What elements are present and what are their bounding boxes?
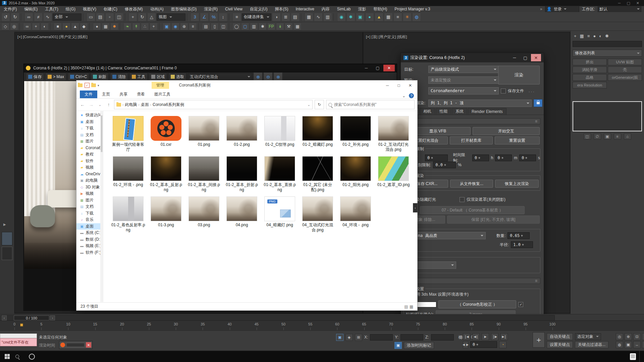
track-bar[interactable]: 0510152025303540455055606570758085909510… [0, 320, 644, 331]
menu-item[interactable]: 内容 [318, 6, 333, 12]
explorer-title-bar[interactable]: ✓ ▾ 管理 Corona6系列案例 ─ □ ✕ [76, 80, 417, 90]
sidebar-item-文档[interactable]: ▤文档 [76, 203, 103, 210]
file-item[interactable]: 04_环境 - .png [338, 196, 373, 233]
light-icon[interactable]: ✳ [403, 13, 412, 21]
menu-item[interactable]: 文件(F) [0, 6, 20, 12]
address-dropdown-icon[interactable]: ⌄ [308, 103, 310, 107]
vfb-tool-2[interactable]: Ctrl+C [68, 73, 89, 81]
stack-tool-icon-0[interactable]: ◫ [584, 133, 591, 139]
menu-item[interactable]: 图形编辑器(D) [167, 6, 201, 12]
undo-icon[interactable]: ↺ [1, 13, 10, 21]
file-item[interactable]: 04_互动式灯光混合.png [300, 196, 335, 233]
sidebar-item-教程[interactable]: ▰教程 [76, 151, 103, 158]
mask-only-checkbox[interactable] [460, 197, 465, 202]
mirror-icon[interactable]: ◑ [272, 13, 281, 21]
chain-icon[interactable]: ∞ [23, 23, 31, 30]
maxscript-mini-listener[interactable]: "cmd文件不存在 [0, 334, 37, 346]
target-icon[interactable]: ⊕ [180, 23, 188, 30]
maximize-icon[interactable]: ▢ [627, 1, 630, 5]
nav-icon-a3[interactable]: ✱ [642, 333, 644, 340]
unlink-icon[interactable]: ≠ [34, 13, 43, 21]
plant-icon[interactable]: ↡ [276, 23, 284, 30]
start-interactive-button[interactable]: 开始交互 [473, 127, 540, 135]
menu-item[interactable]: Civil View [221, 6, 246, 12]
layer-manager-icon[interactable]: ▤ [291, 13, 300, 21]
cube-icon[interactable]: ▢ [241, 23, 249, 30]
menu-item[interactable]: 视图(V) [79, 6, 100, 12]
mini-listener-box[interactable] [2, 232, 12, 245]
view-combo[interactable]: 视图 [157, 13, 185, 21]
camera-icon[interactable]: ◉ [171, 23, 179, 30]
playback-play-icon[interactable]: ▶ [482, 333, 489, 340]
env-map-swatch[interactable] [417, 302, 436, 307]
prev-frame-icon[interactable]: ‹ [2, 315, 7, 320]
command-tab-1[interactable]: ▦ [580, 34, 584, 39]
file-item[interactable]: PNG04_暗藏灯.png [262, 196, 297, 233]
denoise-mode-dropdown[interactable]: Corona 高品质 [406, 232, 486, 239]
redo-icon[interactable]: ↻ [11, 13, 19, 21]
command-tab-3[interactable]: ● [593, 34, 596, 39]
explorer-minimize-icon[interactable]: ─ [382, 81, 393, 89]
file-item[interactable]: 01-2_基本_间接.png [186, 156, 221, 192]
tab-查看[interactable]: 查看 [132, 90, 150, 98]
sidebar-item-此电脑[interactable]: ▣此电脑 [76, 177, 103, 184]
sidebar-item-图片[interactable]: ▦图片 [76, 138, 103, 145]
render-tab-Render Elements[interactable]: Render Elements [468, 108, 506, 115]
snap-toggle-icon[interactable]: ◇ [1, 23, 9, 30]
menu-item[interactable]: 修改器(M) [121, 6, 147, 12]
file-item[interactable]: 01-2_补光.png [338, 116, 373, 152]
move2-icon[interactable]: + [150, 23, 158, 30]
nav-icon-b0[interactable]: ◍ [616, 341, 623, 348]
menu-item[interactable]: 动画(A) [147, 6, 167, 12]
angle-snap-icon[interactable]: ∠ [200, 13, 209, 21]
command-tab-2[interactable]: ≡ [587, 34, 590, 39]
object-name-field[interactable] [573, 41, 642, 47]
x-field[interactable] [370, 334, 393, 341]
playback-start-icon[interactable]: |◀ [463, 333, 470, 340]
render-tab-系统[interactable]: 系统 [452, 108, 467, 115]
sidebar-item-软件 (F:)[interactable]: ▬软件 (F:) [76, 249, 103, 256]
breadcrumb[interactable]: ›此电脑›桌面›Corona6系列案例 ⌄ [114, 100, 313, 109]
absolute-mode-icon[interactable]: ⊞ [355, 334, 362, 341]
renderer-dropdown[interactable]: CoronaRenderer [428, 87, 499, 95]
spinner-snap-icon[interactable]: ↕ [219, 13, 227, 21]
edit-named-sets-icon[interactable]: ≡ [232, 13, 241, 21]
menu-overflow-icon[interactable]: » [540, 7, 542, 11]
viewport-camera-label[interactable]: [+] [CoronaCamera001] [用户定义] [线框] [17, 35, 88, 40]
ruler-icon[interactable]: ≡ [393, 13, 402, 21]
pass-limit-spinner[interactable]: 0 [425, 155, 448, 161]
show-desktop-button[interactable] [639, 351, 641, 362]
gear2-icon[interactable]: ✱ [259, 23, 267, 30]
login-dropdown[interactable]: 👤登录 [545, 6, 579, 12]
sidebar-item-视频 (E:)[interactable]: ▬视频 (E:) [76, 243, 103, 249]
percent-snap-icon[interactable]: % [209, 13, 218, 21]
vfb-maximize-icon[interactable]: ▢ [372, 65, 383, 71]
set-key-button[interactable]: 设置关键点 [547, 341, 573, 348]
curve-editor-icon[interactable]: ∿ [314, 13, 323, 21]
sidebar-item-数据 (D:)[interactable]: ▬数据 (D:) [76, 236, 103, 243]
minimize-icon[interactable]: ─ [618, 1, 621, 5]
vfb-close-icon[interactable]: ✕ [383, 65, 395, 71]
command-tab-4[interactable]: ◐ [599, 34, 602, 39]
breadcrumb-segment[interactable]: Corona6系列案例 [153, 102, 184, 108]
selection-lock-icon[interactable]: ◈ [345, 334, 353, 341]
file-item[interactable]: 01-2_互动式灯光混合.png [376, 116, 411, 152]
toast-close-icon[interactable]: ✕ [86, 342, 91, 348]
file-item[interactable]: 01-2_暗藏灯.png [300, 116, 335, 152]
time-m-spinner[interactable]: 0 [495, 155, 512, 161]
ellipse-icon[interactable]: ● [62, 23, 70, 30]
file-item[interactable]: 01.png [186, 116, 221, 152]
env-map-button[interactable]: （ Corona色彩校正 ） [438, 300, 516, 308]
file-item[interactable]: 01-2_基本_直接.png [262, 156, 297, 192]
playback-end-icon[interactable]: ▶| [500, 333, 508, 340]
listener-error-row[interactable]: "cmd文件不存在 [0, 338, 37, 346]
sidebar-item-软件[interactable]: ▰软件 [76, 158, 103, 165]
command-tab-0[interactable]: + [574, 34, 577, 39]
tree-icon[interactable]: ↟ [132, 23, 140, 30]
file-item[interactable]: 01-2_遮罩_ID.png [376, 156, 411, 192]
resume-last-button[interactable]: 恢复上次渲染 [495, 180, 539, 188]
time-slider-groove[interactable]: ‹ 0 / 100 › [1, 315, 555, 321]
cone-icon[interactable]: ▲ [71, 23, 79, 30]
selection-filter-combo[interactable]: 全部 [53, 13, 82, 21]
start-button[interactable] [5, 354, 10, 359]
